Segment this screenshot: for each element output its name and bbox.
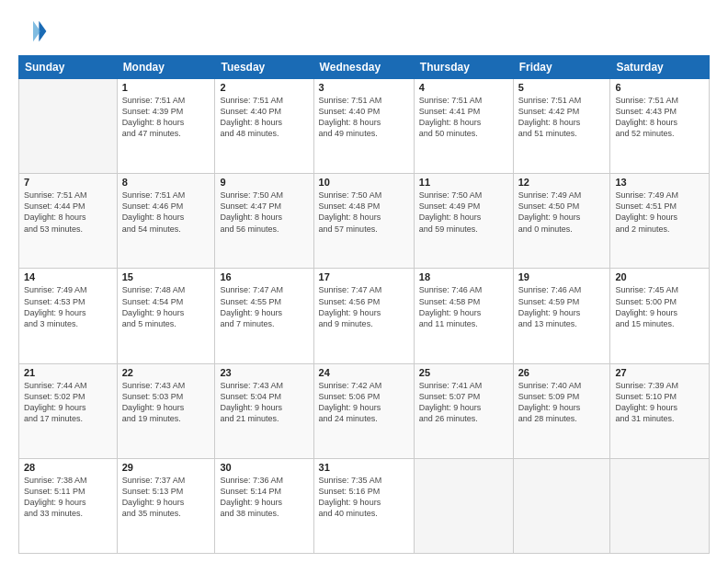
calendar-cell: 5Sunrise: 7:51 AM Sunset: 4:42 PM Daylig… xyxy=(513,79,610,174)
calendar-cell xyxy=(513,458,610,553)
calendar-cell: 21Sunrise: 7:44 AM Sunset: 5:02 PM Dayli… xyxy=(19,363,118,458)
day-number: 20 xyxy=(615,271,704,282)
calendar-cell: 16Sunrise: 7:47 AM Sunset: 4:55 PM Dayli… xyxy=(215,269,313,363)
day-number: 15 xyxy=(122,271,210,282)
day-info: Sunrise: 7:40 AM Sunset: 5:09 PM Dayligh… xyxy=(518,380,606,425)
day-info: Sunrise: 7:51 AM Sunset: 4:39 PM Dayligh… xyxy=(122,95,210,140)
day-number: 9 xyxy=(220,177,308,188)
week-row-4: 21Sunrise: 7:44 AM Sunset: 5:02 PM Dayli… xyxy=(19,363,710,458)
day-info: Sunrise: 7:51 AM Sunset: 4:40 PM Dayligh… xyxy=(220,95,308,140)
calendar-cell: 18Sunrise: 7:46 AM Sunset: 4:58 PM Dayli… xyxy=(414,269,513,363)
day-number: 4 xyxy=(419,82,508,93)
calendar-cell: 11Sunrise: 7:50 AM Sunset: 4:49 PM Dayli… xyxy=(414,174,513,269)
day-info: Sunrise: 7:43 AM Sunset: 5:03 PM Dayligh… xyxy=(122,380,210,425)
day-number: 18 xyxy=(419,271,508,282)
day-info: Sunrise: 7:37 AM Sunset: 5:13 PM Dayligh… xyxy=(122,475,210,520)
day-number: 11 xyxy=(419,177,508,188)
day-header-wednesday: Wednesday xyxy=(313,56,414,79)
calendar-cell: 23Sunrise: 7:43 AM Sunset: 5:04 PM Dayli… xyxy=(215,363,313,458)
calendar-cell: 4Sunrise: 7:51 AM Sunset: 4:41 PM Daylig… xyxy=(414,79,513,174)
day-header-thursday: Thursday xyxy=(414,56,513,79)
calendar-cell xyxy=(19,79,118,174)
day-info: Sunrise: 7:50 AM Sunset: 4:47 PM Dayligh… xyxy=(220,190,308,235)
day-header-monday: Monday xyxy=(117,56,215,79)
day-number: 28 xyxy=(24,462,112,473)
day-header-friday: Friday xyxy=(513,56,610,79)
calendar-cell: 9Sunrise: 7:50 AM Sunset: 4:47 PM Daylig… xyxy=(215,174,313,269)
week-row-1: 1Sunrise: 7:51 AM Sunset: 4:39 PM Daylig… xyxy=(19,79,710,174)
calendar-cell: 17Sunrise: 7:47 AM Sunset: 4:56 PM Dayli… xyxy=(313,269,414,363)
day-number: 5 xyxy=(518,82,606,93)
day-number: 16 xyxy=(220,271,308,282)
calendar-cell: 13Sunrise: 7:49 AM Sunset: 4:51 PM Dayli… xyxy=(610,174,710,269)
day-info: Sunrise: 7:47 AM Sunset: 4:55 PM Dayligh… xyxy=(220,284,308,329)
week-row-3: 14Sunrise: 7:49 AM Sunset: 4:53 PM Dayli… xyxy=(19,269,710,363)
day-info: Sunrise: 7:49 AM Sunset: 4:53 PM Dayligh… xyxy=(24,284,112,329)
calendar: SundayMondayTuesdayWednesdayThursdayFrid… xyxy=(18,55,710,554)
day-number: 29 xyxy=(122,462,210,473)
calendar-cell: 19Sunrise: 7:46 AM Sunset: 4:59 PM Dayli… xyxy=(513,269,610,363)
day-info: Sunrise: 7:39 AM Sunset: 5:10 PM Dayligh… xyxy=(615,380,704,425)
calendar-cell: 3Sunrise: 7:51 AM Sunset: 4:40 PM Daylig… xyxy=(313,79,414,174)
day-info: Sunrise: 7:49 AM Sunset: 4:50 PM Dayligh… xyxy=(518,190,606,235)
logo-icon xyxy=(18,17,48,46)
calendar-header-row: SundayMondayTuesdayWednesdayThursdayFrid… xyxy=(19,56,710,79)
day-info: Sunrise: 7:50 AM Sunset: 4:48 PM Dayligh… xyxy=(319,190,409,235)
day-info: Sunrise: 7:51 AM Sunset: 4:43 PM Dayligh… xyxy=(615,95,704,140)
day-info: Sunrise: 7:51 AM Sunset: 4:44 PM Dayligh… xyxy=(24,190,112,235)
day-number: 27 xyxy=(615,367,704,378)
week-row-5: 28Sunrise: 7:38 AM Sunset: 5:11 PM Dayli… xyxy=(19,458,710,553)
day-info: Sunrise: 7:48 AM Sunset: 4:54 PM Dayligh… xyxy=(122,284,210,329)
day-info: Sunrise: 7:51 AM Sunset: 4:42 PM Dayligh… xyxy=(518,95,606,140)
calendar-cell: 26Sunrise: 7:40 AM Sunset: 5:09 PM Dayli… xyxy=(513,363,610,458)
day-number: 25 xyxy=(419,367,508,378)
day-info: Sunrise: 7:45 AM Sunset: 5:00 PM Dayligh… xyxy=(615,284,704,329)
calendar-cell xyxy=(414,458,513,553)
day-info: Sunrise: 7:51 AM Sunset: 4:46 PM Dayligh… xyxy=(122,190,210,235)
day-number: 10 xyxy=(319,177,409,188)
day-number: 22 xyxy=(122,367,210,378)
day-number: 8 xyxy=(122,177,210,188)
day-info: Sunrise: 7:44 AM Sunset: 5:02 PM Dayligh… xyxy=(24,380,112,425)
calendar-cell: 25Sunrise: 7:41 AM Sunset: 5:07 PM Dayli… xyxy=(414,363,513,458)
calendar-cell: 15Sunrise: 7:48 AM Sunset: 4:54 PM Dayli… xyxy=(117,269,215,363)
day-info: Sunrise: 7:43 AM Sunset: 5:04 PM Dayligh… xyxy=(220,380,308,425)
day-info: Sunrise: 7:46 AM Sunset: 4:58 PM Dayligh… xyxy=(419,284,508,329)
day-info: Sunrise: 7:46 AM Sunset: 4:59 PM Dayligh… xyxy=(518,284,606,329)
calendar-cell: 20Sunrise: 7:45 AM Sunset: 5:00 PM Dayli… xyxy=(610,269,710,363)
day-number: 2 xyxy=(220,82,308,93)
day-number: 24 xyxy=(319,367,409,378)
day-number: 1 xyxy=(122,82,210,93)
day-info: Sunrise: 7:51 AM Sunset: 4:41 PM Dayligh… xyxy=(419,95,508,140)
day-number: 13 xyxy=(615,177,704,188)
day-number: 21 xyxy=(24,367,112,378)
day-info: Sunrise: 7:50 AM Sunset: 4:49 PM Dayligh… xyxy=(419,190,508,235)
day-number: 12 xyxy=(518,177,606,188)
day-number: 6 xyxy=(615,82,704,93)
logo xyxy=(18,17,51,46)
calendar-cell: 2Sunrise: 7:51 AM Sunset: 4:40 PM Daylig… xyxy=(215,79,313,174)
calendar-cell: 27Sunrise: 7:39 AM Sunset: 5:10 PM Dayli… xyxy=(610,363,710,458)
calendar-cell: 12Sunrise: 7:49 AM Sunset: 4:50 PM Dayli… xyxy=(513,174,610,269)
day-number: 23 xyxy=(220,367,308,378)
day-info: Sunrise: 7:42 AM Sunset: 5:06 PM Dayligh… xyxy=(319,380,409,425)
day-number: 30 xyxy=(220,462,308,473)
day-header-sunday: Sunday xyxy=(19,56,118,79)
day-info: Sunrise: 7:51 AM Sunset: 4:40 PM Dayligh… xyxy=(319,95,409,140)
day-number: 3 xyxy=(319,82,409,93)
day-info: Sunrise: 7:38 AM Sunset: 5:11 PM Dayligh… xyxy=(24,475,112,520)
day-info: Sunrise: 7:49 AM Sunset: 4:51 PM Dayligh… xyxy=(615,190,704,235)
day-number: 26 xyxy=(518,367,606,378)
calendar-cell: 28Sunrise: 7:38 AM Sunset: 5:11 PM Dayli… xyxy=(19,458,118,553)
week-row-2: 7Sunrise: 7:51 AM Sunset: 4:44 PM Daylig… xyxy=(19,174,710,269)
header xyxy=(18,17,710,46)
calendar-cell: 1Sunrise: 7:51 AM Sunset: 4:39 PM Daylig… xyxy=(117,79,215,174)
day-header-saturday: Saturday xyxy=(610,56,710,79)
day-info: Sunrise: 7:41 AM Sunset: 5:07 PM Dayligh… xyxy=(419,380,508,425)
calendar-cell: 29Sunrise: 7:37 AM Sunset: 5:13 PM Dayli… xyxy=(117,458,215,553)
calendar-cell: 31Sunrise: 7:35 AM Sunset: 5:16 PM Dayli… xyxy=(313,458,414,553)
day-number: 19 xyxy=(518,271,606,282)
day-number: 7 xyxy=(24,177,112,188)
day-number: 14 xyxy=(24,271,112,282)
day-info: Sunrise: 7:36 AM Sunset: 5:14 PM Dayligh… xyxy=(220,475,308,520)
